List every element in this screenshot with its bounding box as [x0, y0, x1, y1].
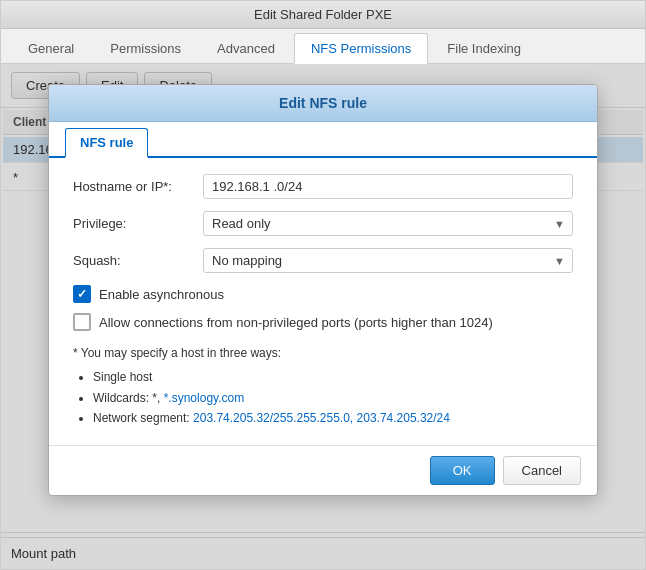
privilege-select-wrapper: Read only Read/Write No access ▼ — [203, 211, 573, 236]
nonpriv-checkbox-row: Allow connections from non-privileged po… — [73, 313, 573, 331]
privilege-label: Privilege: — [73, 216, 203, 231]
tab-general[interactable]: General — [11, 33, 91, 63]
edit-nfs-rule-dialog: Edit NFS rule NFS rule Hostname or IP*: — [48, 84, 598, 496]
dialog-overlay: Edit NFS rule NFS rule Hostname or IP*: — [1, 64, 645, 569]
dialog-body: Hostname or IP*: Privilege: Read only Re… — [49, 158, 597, 445]
content-area: Create Edit Delete Client 192.168.1 * — [1, 64, 645, 569]
async-checkbox[interactable]: ✓ — [73, 285, 91, 303]
info-title: * You may specify a host in three ways: — [73, 343, 573, 363]
tab-file-indexing[interactable]: File Indexing — [430, 33, 538, 63]
main-window: Edit Shared Folder PXE General Permissio… — [0, 0, 646, 570]
squash-label: Squash: — [73, 253, 203, 268]
tab-permissions[interactable]: Permissions — [93, 33, 198, 63]
squash-row: Squash: No mapping Map root to admin Map… — [73, 248, 573, 273]
dialog-footer: OK Cancel — [49, 445, 597, 495]
info-list: Single host Wildcards: *, *.synology.com… — [73, 367, 573, 428]
async-label: Enable asynchronous — [99, 287, 224, 302]
info-block: * You may specify a host in three ways: … — [73, 343, 573, 429]
nonpriv-checkbox[interactable] — [73, 313, 91, 331]
nonpriv-label: Allow connections from non-privileged po… — [99, 315, 493, 330]
hostname-label: Hostname or IP*: — [73, 179, 203, 194]
dialog-header: Edit NFS rule — [49, 85, 597, 122]
list-item: Wildcards: *, *.synology.com — [93, 388, 573, 408]
squash-select[interactable]: No mapping Map root to admin Map root to… — [203, 248, 573, 273]
hostname-input[interactable] — [203, 174, 573, 199]
async-checkbox-row: ✓ Enable asynchronous — [73, 285, 573, 303]
cancel-button[interactable]: Cancel — [503, 456, 581, 485]
tab-nfs-permissions[interactable]: NFS Permissions — [294, 33, 428, 64]
title-bar: Edit Shared Folder PXE — [1, 1, 645, 29]
privilege-select[interactable]: Read only Read/Write No access — [203, 211, 573, 236]
list-item: Network segment: 203.74.205.32/255.255.2… — [93, 408, 573, 428]
hostname-row: Hostname or IP*: — [73, 174, 573, 199]
window-title: Edit Shared Folder PXE — [254, 7, 392, 22]
dialog-title: Edit NFS rule — [279, 95, 367, 111]
dialog-tab-nfs-rule[interactable]: NFS rule — [65, 128, 148, 158]
squash-select-wrapper: No mapping Map root to admin Map root to… — [203, 248, 573, 273]
ok-button[interactable]: OK — [430, 456, 495, 485]
tab-bar: General Permissions Advanced NFS Permiss… — [1, 29, 645, 64]
list-item: Single host — [93, 367, 573, 387]
async-checkmark: ✓ — [77, 288, 87, 300]
privilege-row: Privilege: Read only Read/Write No acces… — [73, 211, 573, 236]
dialog-tab-bar: NFS rule — [49, 122, 597, 158]
tab-advanced[interactable]: Advanced — [200, 33, 292, 63]
